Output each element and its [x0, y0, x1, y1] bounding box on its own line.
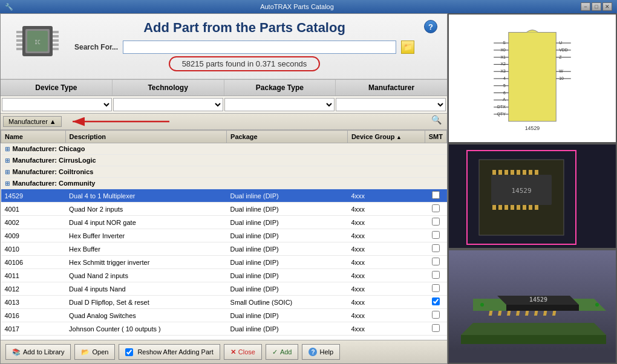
smt-checkbox[interactable] [432, 284, 440, 292]
svg-rect-9 [53, 39, 59, 42]
smt-checkbox[interactable] [432, 191, 440, 199]
smt-checkbox[interactable] [432, 324, 440, 332]
smt-checkbox[interactable] [432, 258, 440, 265]
table-row[interactable]: 40106 Hex Schmitt trigger inverter Dual … [1, 256, 447, 269]
cell-smt [425, 296, 446, 309]
results-badge: 58215 parts found in 0.371 seconds [74, 54, 414, 74]
cell-package: Dual inline (DIP) [227, 203, 348, 216]
table-row[interactable]: 4017 Johnson Counter ( 10 outputs ) Dual… [1, 322, 447, 336]
svg-marker-75 [461, 335, 606, 344]
smt-checkbox[interactable] [432, 231, 440, 239]
table-row[interactable]: ⊞ Manufacturer: Coiltronics [1, 166, 447, 178]
filter-device-type[interactable]: Device Type [1, 80, 113, 96]
reshow-checkbox[interactable] [125, 348, 133, 356]
schematic-view: S X0 X1 X2 X3 4 5 6 A DTX QTY U VDD Z W … [448, 13, 617, 143]
filter-package-type[interactable]: Package Type [224, 80, 336, 96]
folder-icon: 📁 [403, 43, 413, 51]
group-header-cell: ⊞ Manufacturer: CirrusLogic [1, 155, 447, 166]
close-label: Close [238, 348, 255, 356]
cell-package: Dual inline (DIP) [227, 216, 348, 229]
cell-name: 4010 [1, 242, 66, 256]
table-row[interactable]: 4001 Quad Nor 2 inputs Dual inline (DIP)… [1, 203, 447, 216]
close-window-button[interactable]: ✕ [602, 2, 612, 11]
add-button[interactable]: ✓ Add [266, 344, 299, 360]
svg-rect-57 [504, 205, 508, 210]
table-search-button[interactable]: 🔍 [431, 115, 445, 128]
filter-technology[interactable]: Technology [113, 80, 224, 96]
smt-checkbox[interactable] [432, 244, 440, 252]
technology-select[interactable] [113, 98, 223, 111]
table-row[interactable]: ⊞ Manufacturer: Chicago [1, 143, 447, 155]
close-button[interactable]: ✕ Close [224, 344, 262, 360]
table-container[interactable]: Name Description Package Device Group SM… [1, 130, 447, 340]
cell-package: Dual inline (DIP) [227, 242, 348, 256]
cell-device-group: 4xxx [347, 269, 425, 282]
col-smt: SMT [425, 131, 446, 143]
iso-svg: 14529 [449, 250, 617, 350]
table-row[interactable]: ⊞ Manufacturer: Community [1, 178, 447, 189]
svg-rect-5 [16, 44, 22, 46]
cell-package: Dual inline (DIP) [227, 309, 348, 322]
add-to-library-button[interactable]: 📚 Add to Library [5, 344, 71, 360]
smt-checkbox[interactable] [432, 297, 440, 305]
cell-name: 4017 [1, 322, 66, 336]
cell-smt [425, 189, 446, 203]
smt-checkbox[interactable] [432, 218, 440, 226]
group-expand-icon[interactable]: ⊞ [5, 180, 10, 187]
svg-rect-3 [16, 35, 22, 37]
svg-rect-70 [535, 170, 538, 175]
svg-rect-55 [492, 205, 496, 210]
header-right: Add Part from the Parts Catalog Search F… [74, 20, 414, 74]
open-button[interactable]: 📂 Open [74, 344, 115, 360]
cell-name: 4011 [1, 269, 66, 282]
filter-headers: Device Type Technology Package Type Manu… [1, 79, 447, 96]
reshow-button[interactable]: Reshow After Adding Part [119, 344, 220, 360]
minimize-button[interactable]: − [581, 2, 590, 11]
table-row[interactable]: 4009 Hex Buffer Inverter Dual inline (DI… [1, 229, 447, 242]
maximize-button[interactable]: □ [592, 2, 601, 11]
table-row[interactable]: ⊞ Manufacturer: CirrusLogic [1, 155, 447, 166]
cell-smt [425, 322, 446, 336]
search-input[interactable] [123, 41, 396, 54]
table-row[interactable]: 4002 Dual 4 input NOR gate Dual inline (… [1, 216, 447, 229]
dialog-title: Add Part from the Parts Catalog [74, 20, 414, 36]
svg-rect-6 [16, 48, 22, 50]
add-icon: ✓ [272, 348, 278, 356]
table-row[interactable]: 4016 Quad Analog Switches Dual inline (D… [1, 309, 447, 322]
cell-description: Dual 4 to 1 Multiplexer [65, 189, 226, 203]
sort-arrow-icon: ▲ [50, 118, 56, 125]
svg-point-89 [595, 303, 599, 307]
svg-rect-2 [16, 31, 22, 33]
manufacturer-select[interactable] [336, 98, 446, 111]
cell-device-group: 4xxx [347, 229, 425, 242]
svg-rect-4 [16, 39, 22, 42]
sort-manufacturer-button[interactable]: Manufacturer ▲ [3, 116, 62, 127]
svg-rect-61 [529, 205, 532, 210]
table-row[interactable]: 4011 Quad Nand 2 inputs Dual inline (DIP… [1, 269, 447, 282]
cell-device-group: 4xxx [347, 203, 425, 216]
cell-description: Hex Buffer Inverter [65, 229, 226, 242]
table-row[interactable]: 4012 Dual 4 inputs Nand Dual inline (DIP… [1, 282, 447, 296]
table-row[interactable]: 4013 Dual D Flipflop, Set & reset Small … [1, 296, 447, 309]
smt-checkbox[interactable] [432, 311, 440, 319]
group-header-cell: ⊞ Manufacturer: Chicago [1, 143, 447, 155]
svg-text:DTX: DTX [497, 105, 506, 109]
help-label: Help [319, 348, 333, 356]
help-button-header[interactable]: ? [424, 20, 437, 33]
filter-manufacturer[interactable]: Manufacturer [336, 80, 447, 96]
table-row[interactable]: 14529 Dual 4 to 1 Multiplexer Dual inlin… [1, 189, 447, 203]
smt-checkbox[interactable] [432, 271, 440, 279]
table-row[interactable]: 4010 Hex Buffer Dual inline (DIP) 4xxx [1, 242, 447, 256]
group-expand-icon[interactable]: ⊞ [5, 169, 10, 175]
device-type-select[interactable] [2, 98, 112, 111]
group-expand-icon[interactable]: ⊞ [5, 157, 10, 164]
add-label: Add [280, 348, 292, 356]
cell-name: 4009 [1, 229, 66, 242]
cell-name: 4001 [1, 203, 66, 216]
package-type-select[interactable] [224, 98, 335, 111]
folder-button[interactable]: 📁 [401, 41, 414, 54]
group-expand-icon[interactable]: ⊞ [5, 146, 10, 152]
help-button-bottom[interactable]: ? Help [302, 344, 340, 360]
cell-description: Dual D Flipflop, Set & reset [65, 296, 226, 309]
smt-checkbox[interactable] [432, 204, 440, 212]
